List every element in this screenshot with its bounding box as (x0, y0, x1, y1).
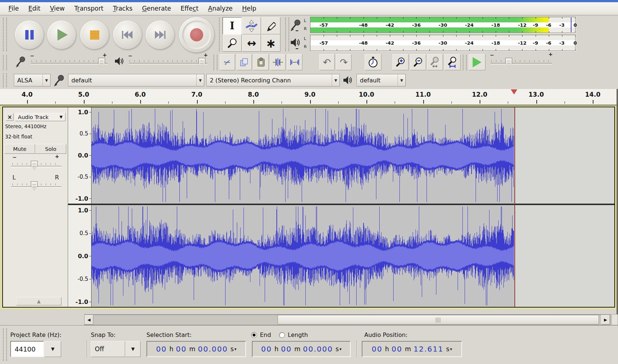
zoom-tool-button[interactable] (223, 34, 242, 52)
play-at-speed-button[interactable] (469, 54, 485, 70)
stop-button[interactable] (80, 21, 109, 49)
waveform-channel-right[interactable] (92, 205, 614, 307)
transcription-toolbar-grip[interactable] (463, 55, 467, 70)
recording-meter[interactable]: LR-57-48-42-36-30-24-18-12-9-6-30 (289, 16, 579, 34)
menu-view[interactable]: View (45, 2, 69, 15)
meter-tick (364, 35, 364, 37)
recording-channels-select[interactable]: 2 (Stereo) Recording Chann ▼ (206, 74, 340, 86)
draw-tool-button[interactable] (261, 17, 280, 34)
snap-to-label: Snap To: (91, 331, 116, 338)
meter-db-label: -30 (439, 40, 447, 46)
vertical-scrollbar[interactable] (617, 89, 618, 314)
skip-to-start-button[interactable] (113, 21, 142, 49)
vruler-tick (89, 112, 91, 112)
radio-length[interactable] (279, 332, 285, 338)
track-title-menu[interactable]: Audio Track ▼ (15, 113, 66, 121)
input-volume-thumb[interactable] (98, 58, 105, 67)
selection-tool-button[interactable]: I (223, 17, 242, 34)
project-rate-dropdown-button[interactable]: ▼ (44, 341, 61, 357)
track-pan-thumb[interactable] (31, 181, 38, 190)
output-volume-thumb[interactable] (198, 58, 205, 67)
playback-speed-thumb[interactable] (505, 58, 512, 67)
recording-meter-bar[interactable]: -57-48-42-36-30-24-18-12-9-6-30 (310, 17, 576, 33)
paste-button[interactable] (253, 54, 269, 70)
sync-lock-button[interactable] (365, 54, 381, 70)
playback-device-select[interactable]: default ▼ (357, 74, 406, 86)
edit-toolbar-grip[interactable] (213, 55, 217, 70)
track-gain-thumb[interactable] (31, 161, 38, 170)
zoom-in-button[interactable] (392, 54, 409, 70)
track-gain-max: + (55, 153, 59, 159)
selection-end-field[interactable]: 00 h 00 m 00.000 s ▾ (252, 341, 351, 357)
copy-button[interactable] (237, 54, 252, 70)
selection-toolbar-grip[interactable] (3, 328, 7, 361)
playback-meter-bar[interactable]: -57-48-42-36-30-24-18-12-9-6-30 (310, 35, 576, 51)
audio-position-dropdown-icon[interactable]: ▾ (450, 347, 452, 352)
skip-to-end-icon (154, 31, 165, 39)
menu-effect[interactable]: Effect (176, 2, 203, 15)
track-solo-button[interactable]: Solo (35, 144, 66, 154)
multi-tool-button[interactable]: ∗ (261, 34, 280, 52)
time-shift-tool-button[interactable]: ↔ (242, 34, 261, 52)
scroll-right-button[interactable]: ▶ (601, 315, 610, 324)
radio-end[interactable] (251, 332, 257, 338)
menu-analyze[interactable]: Analyze (203, 2, 237, 15)
track-vertical-ruler[interactable]: 1.00.50.0-0.5-1.01.00.50.0-0.5-1.0 (68, 107, 92, 307)
recording-device-value: default (68, 77, 196, 84)
silence-audio-button[interactable] (287, 54, 302, 70)
menu-tracks[interactable]: Tracks (108, 2, 137, 15)
menu-file[interactable]: File (4, 2, 23, 15)
input-volume-slider[interactable] (31, 63, 108, 64)
unit-s: s (335, 345, 339, 353)
snap-to-select[interactable]: Off (91, 341, 125, 357)
redo-button[interactable]: ↷ (336, 54, 351, 70)
audio-host-select[interactable]: ALSA ▼ (14, 74, 51, 86)
envelope-tool-button[interactable] (242, 17, 261, 34)
menu-help[interactable]: Help (237, 2, 261, 15)
playback-speed-slider[interactable] (491, 63, 552, 64)
transport-toolbar-grip[interactable] (3, 18, 7, 51)
device-toolbar-grip[interactable] (3, 73, 7, 87)
meter-tick (377, 35, 377, 37)
vruler-tick (89, 279, 91, 279)
menu-edit[interactable]: Edit (23, 2, 45, 15)
play-button[interactable] (47, 21, 76, 49)
meter-tick (469, 31, 470, 33)
track-collapse-button[interactable]: ▲ (16, 297, 62, 305)
meter-db-label: -57 (319, 40, 328, 46)
output-volume-slider[interactable] (129, 63, 207, 64)
snap-to-dropdown-button[interactable]: ▼ (125, 341, 141, 357)
recording-device-select[interactable]: default ▼ (68, 74, 204, 86)
track-pan-left-label: L (12, 174, 16, 181)
scroll-left-button[interactable]: ◀ (85, 315, 93, 324)
pause-button[interactable] (15, 21, 44, 49)
timeline-ruler[interactable]: 4.05.06.07.08.09.010.011.012.013.014.0 (0, 89, 618, 105)
playback-cursor-marker[interactable] (511, 89, 517, 94)
project-rate-input[interactable]: 44100 (10, 341, 44, 357)
menu-generate[interactable]: Generate (137, 2, 176, 15)
skip-to-end-button[interactable] (146, 21, 174, 49)
fit-selection-button[interactable] (427, 54, 443, 70)
selection-start-dropdown-icon[interactable]: ▾ (234, 347, 237, 352)
trim-audio-button[interactable] (270, 54, 286, 70)
selection-end-dropdown-icon[interactable]: ▾ (339, 347, 342, 352)
selection-start-field[interactable]: 00 h 00 m 00.000 s ▾ (146, 341, 246, 357)
menu-transport[interactable]: Transport (70, 2, 108, 15)
waveform-channel-left[interactable] (92, 107, 614, 204)
track-mute-button[interactable]: Mute (4, 144, 35, 154)
clock-icon (368, 57, 378, 68)
fit-project-button[interactable] (444, 54, 461, 70)
mixer-toolbar-grip[interactable] (3, 55, 7, 70)
record-button[interactable] (179, 17, 214, 52)
meter-toolbar-grip[interactable] (285, 18, 289, 51)
audio-position-field[interactable]: 00 h 00 m 12.611 s ▾ (362, 341, 462, 357)
track-close-button[interactable]: × (6, 113, 14, 121)
ruler-major-tick (423, 100, 424, 104)
horizontal-scrollbar-thumb[interactable] (278, 315, 599, 324)
playback-meter[interactable]: LR-57-48-42-36-30-24-18-12-9-6-30 (289, 34, 579, 52)
meter-tick (575, 17, 576, 19)
undo-button[interactable]: ↶ (319, 54, 335, 70)
cut-button[interactable]: ✂ (220, 54, 235, 70)
zoom-out-button[interactable] (410, 54, 426, 70)
radio-length-label: Length (288, 331, 308, 338)
